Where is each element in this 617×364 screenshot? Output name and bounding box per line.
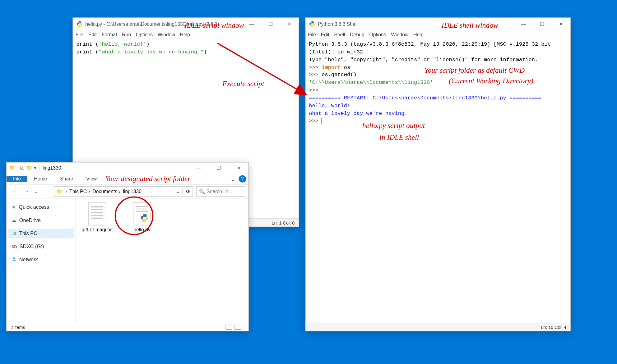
annotation-arrow: [214, 42, 312, 99]
nav-quick-access[interactable]: ★Quick access: [8, 202, 74, 212]
pc-icon: 🖥: [12, 231, 17, 236]
minimize-button[interactable]: —: [514, 18, 533, 30]
close-button[interactable]: ✕: [552, 18, 570, 30]
menu-shell[interactable]: Shell: [334, 32, 345, 37]
menu-edit[interactable]: Edit: [88, 32, 97, 37]
crumb-ling1330[interactable]: ling1330: [123, 189, 141, 194]
prompt-line-import: >>> import os: [309, 64, 350, 71]
output-1: hello, world!: [309, 102, 350, 109]
idle-shell-window: Python 3.8.3 Shell — ☐ ✕ File Edit Shell…: [305, 17, 571, 331]
code-line-1: print ('hello, world!'): [76, 41, 149, 48]
banner-1: Python 3.8.3 (tags/v3.8.3:6f8c832, May 1…: [309, 41, 554, 55]
code-line-2: print ("what a lovely day we're having."…: [76, 49, 207, 55]
ribbon-view[interactable]: View: [80, 176, 103, 181]
nav-onedrive[interactable]: ☁OneDrive: [8, 215, 74, 225]
file-list[interactable]: gift-of-magi.txt hello.py: [76, 198, 248, 323]
file-label: gift-of-magi.txt: [81, 227, 113, 233]
nav-network[interactable]: 🖧Network: [8, 255, 74, 264]
refresh-button[interactable]: ⟳: [182, 189, 190, 194]
annotation-cwd-1: Your script folder as default CWD: [424, 66, 525, 75]
view-details-button[interactable]: [226, 325, 232, 330]
file-item-txt[interactable]: gift-of-magi.txt: [81, 202, 114, 233]
svg-line-0: [217, 43, 306, 94]
nav-this-pc[interactable]: 🖥This PC: [8, 229, 74, 238]
help-icon[interactable]: ?: [239, 175, 246, 183]
annotation-folder: Your designated script folder: [105, 175, 190, 183]
menu-help[interactable]: Help: [180, 32, 190, 37]
explorer-body: ★Quick access ☁OneDrive 🖥This PC SDSDXC …: [7, 198, 248, 323]
menu-format[interactable]: Format: [102, 32, 117, 37]
python-icon: [309, 20, 315, 27]
annotation-circle: [115, 196, 154, 235]
maximize-button[interactable]: ☐: [261, 18, 280, 30]
annotation-script-window: IDLE script window: [184, 21, 244, 30]
search-icon: 🔍: [199, 189, 205, 194]
minimize-button[interactable]: —: [242, 18, 261, 30]
search-input[interactable]: 🔍 Search lin...: [196, 186, 245, 197]
file-explorer-window: 📁 ☑ 📁 ▾ │ ling1330 — ☐ ✕ File Home Share…: [6, 162, 249, 331]
sd-icon: SD: [12, 244, 17, 249]
ribbon-home[interactable]: Home: [27, 176, 53, 181]
output-2: what a lovely day we're having.: [309, 110, 407, 116]
folder-icon: 📁: [9, 165, 15, 171]
menu-file[interactable]: File: [76, 32, 83, 37]
close-button[interactable]: ✕: [230, 162, 248, 174]
shell-statusbar: Ln: 10 Col: 4: [306, 323, 570, 331]
minimize-button[interactable]: —: [189, 162, 207, 174]
path-dropdown[interactable]: ⌄: [176, 189, 180, 194]
nav-history-dropdown[interactable]: ⌄: [34, 189, 38, 194]
explorer-statusbar: 2 items: [7, 323, 248, 331]
network-icon: 🖧: [12, 257, 17, 262]
script-menubar: File Edit Format Run Options Window Help: [73, 30, 299, 39]
python-icon: [76, 20, 83, 27]
final-prompt: >>>: [309, 118, 322, 124]
address-bar: ← → ⌄ ↑ 📁 › This PC› Documents› ling1330…: [7, 184, 248, 198]
prompt-line-getcwd: >>> os.getcwd(): [309, 72, 357, 78]
nav-panel: ★Quick access ☁OneDrive 🖥This PC SDSDXC …: [7, 198, 76, 323]
folder-title: ling1330: [43, 165, 61, 171]
nav-sdxc[interactable]: SDSDXC (G:): [8, 242, 74, 251]
maximize-button[interactable]: ☐: [533, 18, 551, 30]
qat-dropdown[interactable]: ▾: [34, 165, 36, 171]
menu-options[interactable]: Options: [136, 32, 153, 37]
star-icon: ★: [12, 204, 16, 210]
ribbon-expand[interactable]: ⌄: [230, 175, 239, 183]
annotation-cwd-2: (Current Working Directory): [449, 77, 533, 85]
explorer-titlebar[interactable]: 📁 ☑ 📁 ▾ │ ling1330 — ☐ ✕: [7, 162, 248, 173]
qat-checkbox-icon: ☑: [20, 165, 24, 171]
shell-menubar: File Edit Shell Debug Options Window Hel…: [306, 30, 570, 39]
menu-window[interactable]: Window: [158, 32, 175, 37]
close-button[interactable]: ✕: [280, 18, 299, 30]
shell-titlebar[interactable]: Python 3.8.3 Shell — ☐ ✕: [306, 18, 570, 30]
view-icons-button[interactable]: [234, 325, 241, 330]
annotation-output-2: in IDLE shell: [379, 133, 419, 142]
cwd-result: 'C:\\Users\\narae\\Documents\\ling1330': [309, 80, 433, 86]
crumb-documents[interactable]: Documents›: [92, 189, 120, 194]
menu-window[interactable]: Window: [391, 32, 408, 37]
ribbon-share[interactable]: Share: [53, 176, 80, 181]
annotation-output-1: hello.py script output: [362, 121, 425, 130]
menu-edit[interactable]: Edit: [321, 32, 329, 37]
maximize-button[interactable]: ☐: [209, 162, 228, 174]
restart-line: ========== RESTART: C:\Users\narae\Docum…: [309, 95, 541, 101]
menu-debug[interactable]: Debug: [350, 32, 364, 37]
menu-options[interactable]: Options: [369, 32, 386, 37]
nav-up-button[interactable]: ↑: [42, 187, 51, 196]
menu-file[interactable]: File: [308, 32, 316, 37]
folder-icon: 📁: [57, 189, 63, 194]
qat-folder-icon: 📁: [26, 165, 32, 171]
menu-run[interactable]: Run: [122, 32, 131, 37]
cloud-icon: ☁: [12, 217, 17, 223]
breadcrumb[interactable]: 📁 › This PC› Documents› ling1330 ⌄ ⟳: [54, 186, 193, 197]
text-file-icon: [88, 202, 106, 225]
banner-2: Type "help", "copyright", "credits" or "…: [309, 57, 538, 63]
menu-help[interactable]: Help: [413, 32, 423, 37]
annotation-shell-window: IDLE shell window: [442, 21, 498, 30]
ribbon-file[interactable]: File: [7, 176, 27, 181]
nav-forward-button[interactable]: →: [22, 187, 31, 196]
crumb-this-pc[interactable]: This PC›: [69, 189, 90, 194]
nav-back-button[interactable]: ←: [10, 187, 19, 196]
